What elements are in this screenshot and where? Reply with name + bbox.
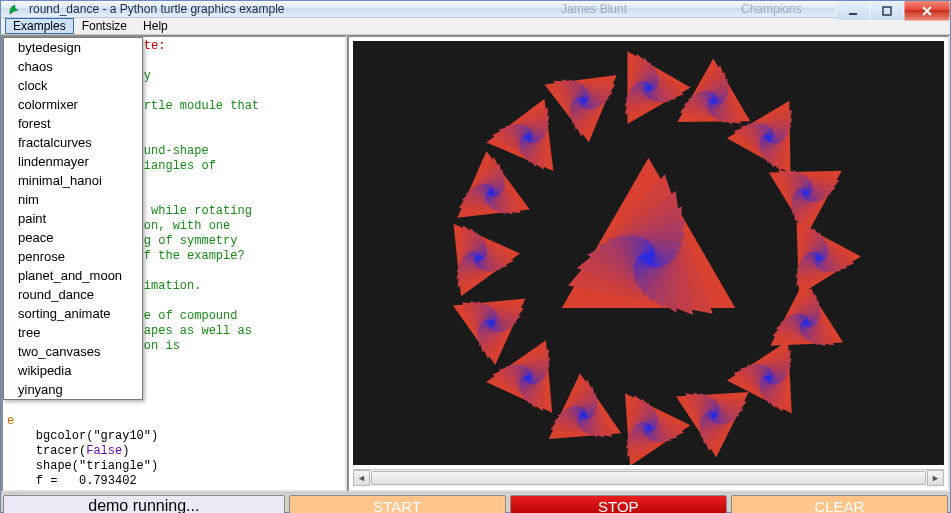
menu-examples[interactable]: Examples: [5, 18, 74, 34]
examples-item-nim[interactable]: nim: [4, 190, 142, 209]
menu-fontsize[interactable]: Fontsize: [74, 18, 135, 34]
canvas-pane: ◄ ►: [347, 35, 950, 492]
close-button[interactable]: [904, 1, 950, 21]
examples-item-clock[interactable]: clock: [4, 76, 142, 95]
content-area: --------- ample suite: nd_dance.py of th…: [1, 35, 950, 513]
window-title: round_dance - a Python turtle graphics e…: [29, 2, 285, 16]
examples-item-fractalcurves[interactable]: fractalcurves: [4, 133, 142, 152]
ghost-text-2: Champions: [741, 2, 802, 16]
app-icon: [7, 1, 23, 17]
source-pane: --------- ample suite: nd_dance.py of th…: [1, 35, 347, 492]
menubar: Examples Fontsize Help: [1, 18, 950, 35]
examples-item-two_canvases[interactable]: two_canvases: [4, 342, 142, 361]
examples-item-lindenmayer[interactable]: lindenmayer: [4, 152, 142, 171]
scroll-right-icon[interactable]: ►: [927, 470, 944, 486]
examples-item-wikipedia[interactable]: wikipedia: [4, 361, 142, 380]
main-row: --------- ample suite: nd_dance.py of th…: [1, 35, 950, 492]
examples-item-round_dance[interactable]: round_dance: [4, 285, 142, 304]
stop-button[interactable]: STOP: [510, 495, 727, 513]
app-window: round_dance - a Python turtle graphics e…: [0, 0, 951, 513]
examples-item-peace[interactable]: peace: [4, 228, 142, 247]
window-controls: [836, 1, 950, 21]
examples-item-sorting_animate[interactable]: sorting_animate: [4, 304, 142, 323]
examples-item-forest[interactable]: forest: [4, 114, 142, 133]
clear-button[interactable]: CLEAR: [731, 495, 948, 513]
examples-item-yinyang[interactable]: yinyang: [4, 380, 142, 399]
examples-item-paint[interactable]: paint: [4, 209, 142, 228]
examples-item-bytedesign[interactable]: bytedesign: [4, 38, 142, 57]
turtle-canvas[interactable]: [353, 41, 944, 465]
menu-help[interactable]: Help: [135, 18, 176, 34]
maximize-button[interactable]: [870, 1, 904, 21]
scroll-thumb[interactable]: [371, 471, 926, 485]
examples-item-planet_and_moon[interactable]: planet_and_moon: [4, 266, 142, 285]
examples-item-minimal_hanoi[interactable]: minimal_hanoi: [4, 171, 142, 190]
scroll-left-icon[interactable]: ◄: [353, 470, 370, 486]
svg-rect-1: [883, 7, 891, 15]
status-label: demo running...: [3, 495, 285, 513]
examples-item-colormixer[interactable]: colormixer: [4, 95, 142, 114]
examples-item-chaos[interactable]: chaos: [4, 57, 142, 76]
start-button[interactable]: START: [289, 495, 506, 513]
svg-rect-0: [849, 13, 857, 15]
control-bar: demo running... START STOP CLEAR: [1, 492, 950, 513]
examples-item-penrose[interactable]: penrose: [4, 247, 142, 266]
ghost-text-1: James Blunt: [561, 2, 627, 16]
examples-dropdown: bytedesignchaosclockcolormixerforestfrac…: [3, 37, 143, 400]
examples-item-tree[interactable]: tree: [4, 323, 142, 342]
minimize-button[interactable]: [836, 1, 870, 21]
canvas-h-scrollbar[interactable]: ◄ ►: [353, 469, 944, 486]
titlebar: round_dance - a Python turtle graphics e…: [1, 1, 950, 18]
